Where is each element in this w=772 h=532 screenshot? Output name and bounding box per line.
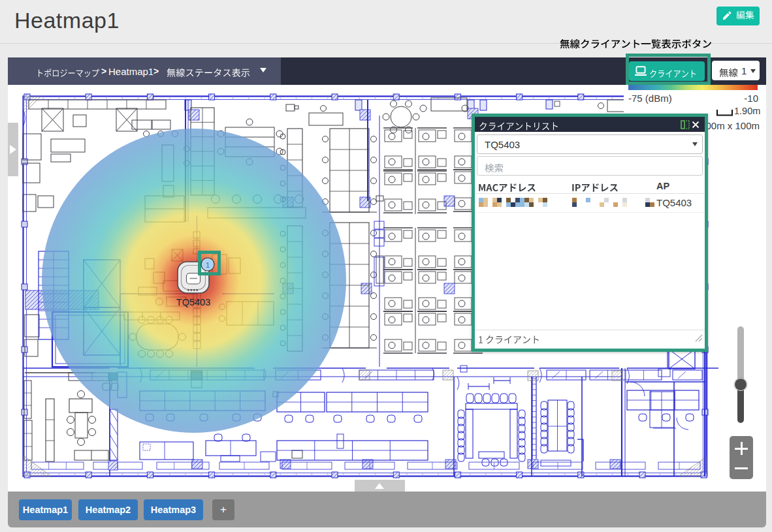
svg-text:1: 1 [206, 261, 210, 269]
svg-text:TQ5403: TQ5403 [176, 297, 210, 307]
